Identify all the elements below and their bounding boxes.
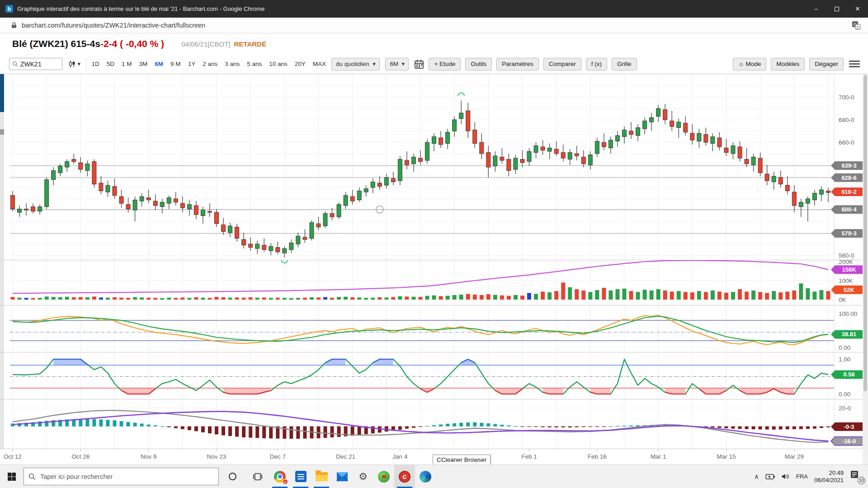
url-text[interactable]: barchart.com/futures/quotes/ZWK21/intera…	[22, 22, 205, 29]
taskbar-tooltip: CCleaner Browser	[433, 455, 491, 465]
symbol-search-value: ZWK21	[20, 61, 42, 68]
task-view-button[interactable]	[246, 465, 269, 488]
range-button-1y[interactable]: 1Y	[188, 61, 196, 67]
ccleaner-icon: c	[399, 471, 410, 483]
tray-date: 06/04/2021	[814, 477, 844, 484]
file-explorer-icon	[316, 472, 328, 481]
range-button-1d[interactable]: 1D	[92, 61, 99, 67]
window-titlebar: b Graphique interactif des contrats à te…	[0, 0, 868, 18]
range-button-20y[interactable]: 20Y	[295, 61, 306, 67]
candlestick-type-icon	[69, 60, 76, 68]
language-indicator[interactable]: FRA	[796, 473, 808, 480]
frequency-select[interactable]: du quotidien ▾	[331, 58, 380, 70]
toolbar-button-outils[interactable]: Outils	[465, 58, 492, 70]
toolbar-button-modèles[interactable]: Modèles	[771, 58, 805, 70]
close-button[interactable]: ✕	[847, 0, 868, 18]
left-rail-scroll-thumb[interactable]	[0, 129, 4, 135]
search-icon	[28, 473, 36, 480]
toolbar-buttons: + EtudeOutilsParamètresComparerf (x)Gril…	[424, 58, 637, 70]
zoom-select[interactable]: 6M ▾	[385, 58, 409, 70]
lock-icon	[11, 22, 17, 29]
range-button-10ans[interactable]: 10 ans	[269, 61, 288, 67]
range-button-6m[interactable]: 6M	[155, 61, 163, 67]
price-change: -2-4 ( -0,40 % )	[100, 38, 164, 49]
delayed-badge: RETARDÉ	[234, 40, 266, 48]
range-button-max[interactable]: MAX	[313, 61, 326, 67]
notification-count-badge: 10	[858, 477, 865, 484]
farming-app-icon	[378, 471, 390, 483]
clock[interactable]: 20:49 06/04/2021	[814, 469, 844, 484]
system-tray: ∧ FRA 20:49 06/04/2021	[754, 465, 868, 488]
toolbar-button-grille[interactable]: Grille	[612, 58, 637, 70]
symbol-title: Blé (ZWK21) 615-4s	[12, 38, 100, 49]
taskbar-app-mail[interactable]	[332, 465, 353, 488]
mail-icon	[336, 471, 348, 483]
range-button-2ans[interactable]: 2 ans	[203, 61, 217, 67]
document-app-icon	[295, 471, 307, 482]
translate-icon[interactable]: G 文	[852, 21, 861, 30]
toolbar-button-paramtres[interactable]: Paramètres	[496, 58, 539, 70]
maximize-button[interactable]	[826, 0, 847, 18]
tooltip-text: CCleaner Browser	[437, 456, 486, 463]
notification-center-button[interactable]: 10	[850, 470, 863, 483]
taskbar-search-placeholder: Taper ici pour rechercher	[40, 473, 113, 480]
start-button[interactable]	[0, 465, 24, 488]
tray-time: 20:49	[814, 469, 844, 477]
left-rail-accent	[0, 74, 4, 112]
calendar-icon[interactable]	[414, 59, 424, 69]
gear-icon: ⚙	[359, 472, 368, 482]
frequency-value: du quotidien	[336, 61, 369, 67]
left-rail	[0, 112, 4, 449]
range-button-1m[interactable]: 1 M	[122, 61, 132, 67]
chart-area[interactable]	[0, 74, 868, 465]
range-button-3m[interactable]: 3M	[139, 61, 148, 67]
toolbar-button-comparer[interactable]: Comparer	[543, 58, 581, 70]
taskbar-app-document[interactable]	[290, 465, 311, 488]
chart-toolbar: ZWK21 ▾ 1D5D1 M3M6M9 M1Y2 ans3 ans5 ans1…	[0, 54, 868, 74]
speaker-icon[interactable]	[782, 473, 790, 480]
search-icon	[12, 61, 18, 67]
toolbar-right-buttons: ☼ ModeModèlesDégager	[728, 58, 844, 70]
minimize-button[interactable]: –	[806, 0, 826, 18]
chevron-down-icon: ▾	[373, 61, 376, 67]
cortana-button[interactable]	[219, 465, 246, 488]
taskbar-app-explorer[interactable]	[311, 465, 332, 488]
taskbar-app-ccleaner[interactable]: c	[394, 465, 415, 488]
zoom-value: 6M	[390, 61, 398, 67]
windows-taskbar: Taper ici pour rechercher e	[0, 465, 868, 488]
taskbar-app-settings[interactable]: ⚙	[353, 465, 373, 488]
taskbar-app-chrome[interactable]: e	[269, 465, 290, 488]
chevron-down-icon: ▾	[78, 61, 80, 67]
toolbar-button-dégager[interactable]: Dégager	[809, 58, 844, 70]
task-view-icon	[253, 473, 262, 481]
cortana-icon	[229, 473, 236, 480]
tray-chevron-icon[interactable]: ∧	[754, 473, 759, 481]
range-button-5d[interactable]: 5D	[107, 61, 114, 67]
barchart-favicon-icon: b	[5, 5, 13, 13]
taskbar-search-input[interactable]: Taper ici pour rechercher	[24, 468, 219, 485]
screen: b Graphique interactif des contrats à te…	[0, 0, 868, 488]
range-button-9m[interactable]: 9 M	[170, 61, 181, 67]
toolbar-button-etude[interactable]: + Etude	[429, 58, 461, 70]
browser-address-bar[interactable]: barchart.com/futures/quotes/ZWK21/intera…	[0, 18, 868, 33]
chart-type-dropdown[interactable]: ▾	[69, 60, 80, 68]
range-buttons: 1D5D1 M3M6M9 M1Y2 ans3 ans5 ans10 ans20Y…	[92, 61, 326, 67]
windows-logo-icon	[7, 472, 16, 481]
quote-header: Blé (ZWK21) 615-4s -2-4 ( -0,40 % ) 04/0…	[0, 33, 868, 54]
chrome-badge-icon: e	[283, 479, 288, 484]
toolbar-button-fx[interactable]: f (x)	[586, 58, 607, 70]
menu-icon[interactable]	[849, 59, 860, 69]
range-button-3ans[interactable]: 3 ans	[225, 61, 240, 67]
taskbar-app-farming[interactable]	[373, 465, 394, 488]
range-button-5ans[interactable]: 5 ans	[247, 61, 262, 67]
toolbar-button-mode[interactable]: ☼ Mode	[733, 58, 766, 70]
svg-text:文: 文	[856, 25, 860, 29]
chevron-down-icon: ▾	[402, 61, 405, 67]
symbol-search-input[interactable]: ZWK21	[9, 58, 62, 70]
taskbar-app-edge[interactable]	[415, 465, 436, 488]
battery-icon[interactable]	[765, 474, 775, 480]
edge-icon	[420, 471, 431, 483]
window-title: Graphique interactif des contrats à term…	[17, 5, 264, 12]
quote-date: 04/06/21[CBOT]	[181, 40, 230, 48]
